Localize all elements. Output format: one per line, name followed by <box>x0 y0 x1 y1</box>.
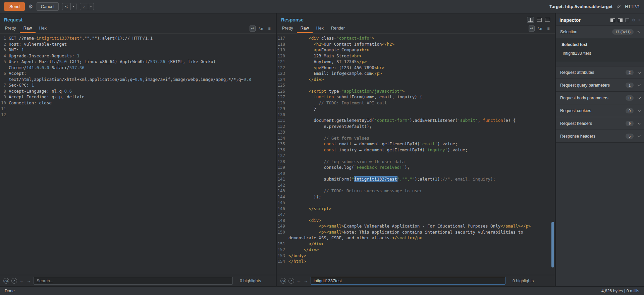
request-tab-raw[interactable]: Raw <box>20 24 36 33</box>
response-code-line[interactable]: 134 // Get form values <box>277 135 555 141</box>
history-forward-button[interactable]: > <box>80 3 94 10</box>
http-version-selector[interactable]: HTTP/1 <box>625 4 640 9</box>
request-code-line[interactable]: 5User-Agent: Mozilla/5.0 (X11; Linux x86… <box>0 59 276 65</box>
response-tab-pretty[interactable]: Pretty <box>278 24 297 33</box>
response-code-line[interactable]: 132 e.preventDefault(); <box>277 124 555 130</box>
request-code-line[interactable]: 6Accept: <box>0 70 276 77</box>
inspector-section-response-headers[interactable]: Response headers5 <box>556 130 644 143</box>
send-button[interactable]: Send <box>4 2 25 11</box>
response-code-line[interactable]: 150 <p><small>Note: This application con… <box>277 229 555 235</box>
match-case-icon[interactable]: Aa <box>3 278 9 284</box>
inspector-layout-columns-icon[interactable] <box>610 18 615 22</box>
response-code-line[interactable]: 142 <box>277 182 555 188</box>
response-code-line[interactable]: 131 document.getElementById('contact-for… <box>277 117 555 124</box>
response-editor[interactable]: 117 <div class="contact-info">118 <h2>Ou… <box>277 34 555 275</box>
request-code-line[interactable]: text/html,application/xhtml+xml,applicat… <box>0 77 276 83</box>
inspector-section-request-headers[interactable]: Request headers9 <box>556 117 644 130</box>
response-code-line[interactable]: 140 <box>277 170 555 177</box>
response-code-line[interactable]: 136 const inquiry = document.getElementB… <box>277 147 555 153</box>
close-inspector-icon[interactable]: × <box>638 18 641 22</box>
inspector-section-request-query-parameters[interactable]: Request query parameters1 <box>556 79 644 92</box>
search-next-button[interactable]: → <box>26 279 31 283</box>
response-code-line[interactable]: 137 <box>277 153 555 159</box>
selected-text-value[interactable]: intigriti1337test <box>561 51 639 56</box>
search-prev-button[interactable]: ← <box>19 279 24 283</box>
request-tab-hex[interactable]: Hex <box>36 24 50 33</box>
response-code-line[interactable]: 145 <box>277 200 555 206</box>
vertical-scrollbar-thumb[interactable] <box>551 222 554 268</box>
response-code-line[interactable]: 143 // TODO: Return success message to u… <box>277 188 555 194</box>
response-code-line[interactable]: 141 submitForm("intigriti1337test","",""… <box>277 176 555 182</box>
layout-columns-icon[interactable] <box>527 17 534 23</box>
wrap-lines-icon[interactable]: ↵ <box>529 26 535 32</box>
forward-arrow-label[interactable]: > <box>80 3 88 10</box>
regex-icon[interactable]: .* <box>288 278 294 284</box>
response-code-line[interactable]: 139 console.log(`Feedback received!`); <box>277 164 555 170</box>
request-editor[interactable]: 1GET /?name=intigriti1337test","","");al… <box>0 34 276 275</box>
request-code-line[interactable]: 4Upgrade-Insecure-Requests: 1 <box>0 53 276 59</box>
response-code-line[interactable]: 144 }); <box>277 194 555 200</box>
layout-single-icon[interactable] <box>544 17 551 22</box>
regex-icon[interactable]: .* <box>11 278 17 284</box>
request-settings-gear-icon[interactable]: ⚙ <box>28 4 33 9</box>
back-history-dropdown[interactable] <box>70 3 76 10</box>
request-code-line[interactable]: 2Host: vulnerable-target <box>0 41 276 47</box>
selected-text-highlight[interactable]: intigriti1337test <box>354 177 397 182</box>
request-code-line[interactable]: Chrome/141.0.0.0 Safari/537.36 <box>0 65 276 71</box>
request-code-line[interactable]: 1GET /?name=intigriti1337test","","");al… <box>0 35 276 41</box>
response-code-line[interactable]: 124 </div> <box>277 77 555 83</box>
request-tab-pretty[interactable]: Pretty <box>1 24 20 33</box>
inspector-section-request-attributes[interactable]: Request attributes2 <box>556 66 644 79</box>
response-code-line[interactable]: 154</html> <box>277 258 555 264</box>
response-code-line[interactable]: 133 <box>277 129 555 135</box>
back-arrow-label[interactable]: < <box>62 3 70 10</box>
cancel-button[interactable]: Cancel <box>37 2 59 11</box>
response-code-line[interactable]: 151 </div> <box>277 241 555 247</box>
request-code-line[interactable]: 8Accept-Language: nl;q=0.6 <box>0 88 276 94</box>
inspector-layout-rows-icon[interactable] <box>618 18 623 22</box>
response-code-line[interactable]: 152 </div> <box>277 247 555 253</box>
response-code-line[interactable]: 118 <h2>Our Contact Information</h2> <box>277 41 555 47</box>
response-code-line[interactable]: 123 Email: info@example.com</p> <box>277 70 555 77</box>
forward-history-dropdown[interactable] <box>88 3 94 10</box>
inspector-section-request-body-parameters[interactable]: Request body parameters0 <box>556 92 644 104</box>
response-code-line[interactable]: 148 <div> <box>277 217 555 224</box>
response-code-line[interactable]: 153</body> <box>277 253 555 259</box>
request-search-input[interactable] <box>34 277 233 285</box>
response-code-line[interactable]: 119 <p>Example Company<br> <box>277 47 555 53</box>
response-code-line[interactable]: 120 123 Main Street<br> <box>277 53 555 59</box>
response-search-input[interactable] <box>311 277 505 285</box>
response-tab-render[interactable]: Render <box>327 24 348 33</box>
inspector-section-selection[interactable]: Selection 17 (0x11) <box>556 26 644 38</box>
response-code-line[interactable]: demonstrate XSS, CSRF, and other attacks… <box>277 235 555 241</box>
wrap-lines-icon[interactable]: ↵ <box>250 26 256 32</box>
inspector-settings-gear-icon[interactable]: ⚙ <box>632 18 636 22</box>
response-code-line[interactable]: 138 // Log submission with user data <box>277 159 555 165</box>
response-code-line[interactable]: 129 } <box>277 106 555 112</box>
editor-menu-icon[interactable]: ≡ <box>545 26 551 32</box>
show-nonprintable-icon[interactable]: \n <box>537 26 543 32</box>
response-code-line[interactable]: 121 Anytown, ST 12345</p> <box>277 59 555 65</box>
search-next-button[interactable]: → <box>304 279 308 283</box>
editor-menu-icon[interactable]: ≡ <box>266 26 272 32</box>
response-code-line[interactable]: 126 <script type="application/javascript… <box>277 88 555 94</box>
response-code-line[interactable]: 122 <p>Phone: (123) 456-7890<br> <box>277 65 555 71</box>
response-code-line[interactable]: 149 <p><small>Example Vulnerable Applica… <box>277 223 555 229</box>
show-nonprintable-icon[interactable]: \n <box>258 26 264 32</box>
search-prev-button[interactable]: ← <box>297 279 301 283</box>
request-code-line[interactable]: 3DNT: 1 <box>0 47 276 53</box>
inspector-section-request-cookies[interactable]: Request cookies0 <box>556 104 644 117</box>
response-tab-hex[interactable]: Hex <box>313 24 327 33</box>
match-case-icon[interactable]: Aa <box>280 278 286 284</box>
request-code-line[interactable]: 12 <box>0 112 276 118</box>
response-code-line[interactable]: 146 </script> <box>277 206 555 212</box>
response-code-line[interactable]: 130 <box>277 112 555 118</box>
request-code-line[interactable]: 10Connection: close <box>0 100 276 106</box>
response-tab-raw[interactable]: Raw <box>297 24 313 33</box>
request-code-line[interactable]: 7Sec-GPC: 1 <box>0 82 276 88</box>
response-code-line[interactable]: 125 <box>277 82 555 88</box>
response-code-line[interactable]: 147 <box>277 211 555 217</box>
undock-inspector-icon[interactable] <box>625 18 629 22</box>
layout-rows-icon[interactable] <box>536 17 542 22</box>
edit-target-icon[interactable] <box>616 4 621 9</box>
